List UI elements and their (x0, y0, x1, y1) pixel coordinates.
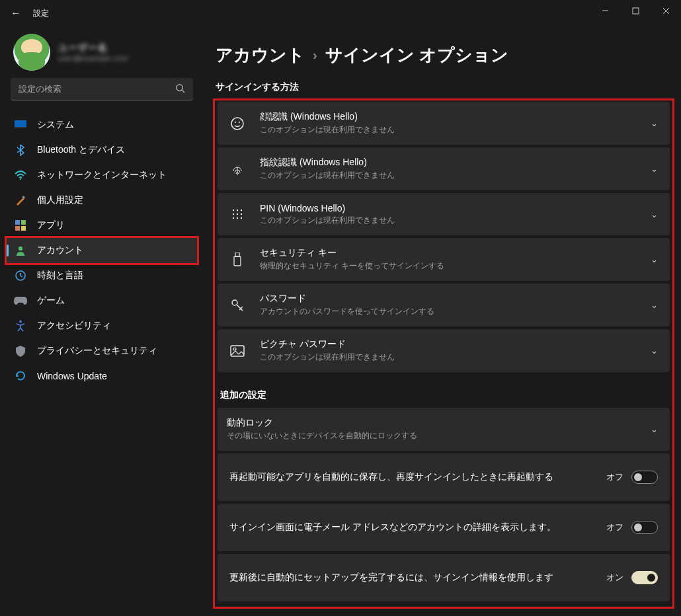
minimize-button[interactable] (590, 0, 620, 21)
additional-dynamic-lock[interactable]: 動的ロックその場にいないときにデバイスを自動的にロックする ⌄ (218, 408, 670, 451)
signin-picture-password[interactable]: ピクチャ パスワードこのオプションは現在利用できません ⌄ (218, 329, 670, 372)
card-title: 顔認識 (Windows Hello) (260, 111, 643, 123)
profile-text: ユーザー名 user@example.com (58, 42, 128, 62)
section-title-additional: 追加の設定 (220, 389, 670, 401)
signin-security-key[interactable]: セキュリティ キー物理的なセキュリティ キーを使ってサインインする ⌄ (218, 238, 670, 281)
picture-icon (229, 343, 245, 359)
sidebar-item-apps[interactable]: アプリ (7, 213, 197, 238)
svg-rect-32 (231, 346, 244, 356)
avatar (13, 34, 50, 71)
sidebar: ユーザー名 user@example.com システム Bluetooth とデ… (0, 26, 204, 616)
search-icon (175, 83, 185, 93)
apps-icon (13, 219, 28, 231)
svg-point-27 (237, 217, 238, 219)
chevron-down-icon: ⌄ (651, 300, 658, 310)
signin-face[interactable]: 顔認識 (Windows Hello)このオプションは現在利用できません ⌄ (218, 102, 670, 145)
sidebar-item-label: システム (37, 119, 74, 131)
sidebar-item-label: アプリ (37, 219, 65, 231)
toggle-switch[interactable] (631, 571, 658, 584)
toggle-label: 更新後に自動的にセットアップを完了するには、サインイン情報を使用します (229, 572, 606, 584)
toggle-restart-apps: 再起動可能なアプリを自動的に保存し、再度サインインしたときに再起動する オフ (218, 453, 670, 501)
sidebar-item-time[interactable]: 時刻と言語 (7, 263, 197, 288)
svg-rect-12 (15, 226, 20, 231)
svg-point-20 (233, 210, 234, 211)
card-title: 指紋認識 (Windows Hello) (260, 157, 643, 169)
toggle-show-email: サインイン画面に電子メール アドレスなどのアカウントの詳細を表示します。 オフ (218, 504, 670, 551)
svg-rect-11 (21, 220, 26, 225)
personalize-icon (13, 194, 28, 206)
card-sub: このオプションは現在利用できません (260, 352, 643, 363)
sidebar-item-system[interactable]: システム (7, 112, 197, 137)
card-sub: このオプションは現在利用できません (260, 170, 643, 181)
svg-rect-30 (234, 256, 241, 266)
card-title: PIN (Windows Hello) (260, 203, 643, 213)
title-bar: ← 設定 (0, 0, 681, 26)
sidebar-item-gaming[interactable]: ゲーム (7, 288, 197, 313)
main-panel: アカウント › サインイン オプション サインインする方法 顔認識 (Windo… (204, 26, 681, 616)
sidebar-item-accessibility[interactable]: アクセシビリティ (7, 313, 197, 338)
toggle-state: オフ (606, 521, 623, 533)
svg-rect-7 (15, 127, 26, 128)
profile-email: user@example.com (58, 54, 128, 62)
profile-block[interactable]: ユーザー名 user@example.com (4, 26, 200, 78)
svg-point-25 (241, 213, 242, 215)
account-icon (13, 245, 28, 256)
card-sub: このオプションは現在利用できません (260, 124, 643, 135)
sidebar-item-label: アカウント (37, 245, 83, 256)
sidebar-item-personalization[interactable]: 個人用設定 (7, 188, 197, 213)
svg-rect-10 (15, 220, 20, 225)
search-input[interactable] (11, 78, 193, 100)
svg-point-23 (233, 213, 234, 215)
svg-point-22 (241, 210, 242, 211)
svg-point-18 (235, 122, 236, 123)
privacy-icon (13, 345, 28, 357)
svg-point-4 (177, 85, 182, 91)
maximize-button[interactable] (620, 0, 651, 21)
back-button[interactable]: ← (5, 7, 26, 19)
breadcrumb: アカウント › サインイン オプション (213, 44, 674, 67)
breadcrumb-parent[interactable]: アカウント (216, 44, 305, 67)
svg-point-14 (19, 247, 22, 250)
sidebar-item-network[interactable]: ネットワークとインターネット (7, 163, 197, 188)
sidebar-item-label: ゲーム (37, 295, 65, 307)
sidebar-item-update[interactable]: Windows Update (7, 364, 197, 389)
close-button[interactable] (651, 0, 681, 21)
signin-password[interactable]: パスワードアカウントのパスワードを使ってサインインする ⌄ (218, 284, 670, 327)
card-sub: その場にいないときにデバイスを自動的にロックする (227, 430, 643, 442)
card-sub: このオプションは現在利用できません (260, 215, 643, 226)
sidebar-item-label: 個人用設定 (37, 194, 83, 206)
svg-point-8 (20, 178, 21, 180)
signin-pin[interactable]: PIN (Windows Hello)このオプションは現在利用できません ⌄ (218, 193, 670, 235)
search-wrap (11, 78, 193, 100)
toggle-label: 再起動可能なアプリを自動的に保存し、再度サインインしたときに再起動する (229, 471, 606, 483)
sidebar-item-label: プライバシーとセキュリティ (37, 345, 157, 357)
svg-point-31 (232, 300, 237, 305)
accessibility-icon (13, 320, 28, 332)
highlight-box: 顔認識 (Windows Hello)このオプションは現在利用できません ⌄ 指… (213, 98, 674, 609)
toggle-switch[interactable] (631, 471, 658, 484)
face-icon (229, 116, 245, 132)
signin-fingerprint[interactable]: 指紋認識 (Windows Hello)このオプションは現在利用できません ⌄ (218, 147, 670, 190)
section-title-signin: サインインする方法 (216, 81, 674, 93)
system-icon (13, 119, 28, 131)
sidebar-item-privacy[interactable]: プライバシーとセキュリティ (7, 338, 197, 364)
window-controls (590, 0, 681, 21)
breadcrumb-current: サインイン オプション (325, 44, 508, 67)
toggle-state: オフ (606, 471, 623, 483)
sidebar-item-label: ネットワークとインターネット (37, 169, 167, 181)
sidebar-item-bluetooth[interactable]: Bluetooth とデバイス (7, 137, 197, 163)
chevron-down-icon: ⌄ (651, 254, 658, 264)
chevron-down-icon: ⌄ (651, 118, 658, 128)
svg-rect-1 (633, 8, 639, 14)
chevron-right-icon: › (313, 48, 317, 63)
profile-name: ユーザー名 (58, 42, 128, 54)
svg-line-5 (182, 90, 184, 93)
card-title: ピクチャ パスワード (260, 338, 643, 350)
fingerprint-icon (229, 161, 245, 177)
toggle-state: オン (606, 572, 623, 584)
svg-point-16 (19, 321, 22, 323)
usb-icon (229, 252, 245, 268)
toggle-label: サインイン画面に電子メール アドレスなどのアカウントの詳細を表示します。 (229, 521, 606, 533)
toggle-switch[interactable] (631, 521, 658, 534)
sidebar-item-accounts[interactable]: アカウント (7, 238, 197, 263)
